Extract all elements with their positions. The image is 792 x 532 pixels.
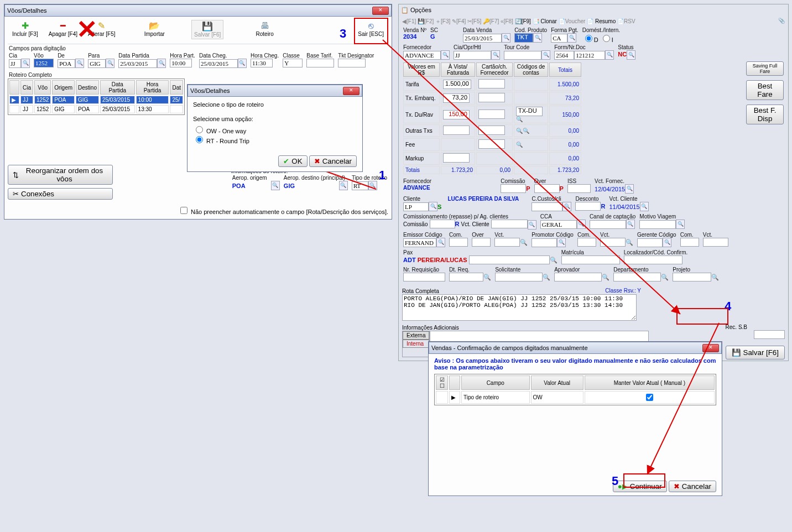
cancel-button[interactable]: ✖ Cancelar [669, 481, 716, 492]
window-titlebar: Vôos/Detalhes ✕ [4, 4, 392, 17]
cia-opr-input[interactable] [454, 51, 491, 60]
cia-input[interactable] [9, 59, 21, 68]
tipo-roteiro-search[interactable]: 🔍 [368, 181, 377, 190]
tipo-roteiro-input[interactable] [352, 181, 368, 190]
para-input[interactable] [88, 59, 106, 68]
search-icon[interactable]: 🔍 [75, 59, 84, 68]
manter-checkbox[interactable] [646, 394, 653, 401]
campos-label: Campos para digitação [9, 45, 388, 51]
classe-input[interactable] [283, 59, 303, 67]
cancel-button[interactable]: ✖ Cancelar [309, 155, 357, 167]
valores-grid: Valores em R$À Vista/ FaturadaCartão/ch.… [402, 61, 582, 175]
apagar-button[interactable]: ━Apagar [F4] [46, 20, 80, 38]
table-row: ▶JJ1252POAGIG25/03/201510:0025/ [9, 96, 183, 104]
data-cheg-input[interactable] [199, 59, 238, 68]
radio-i[interactable] [603, 35, 610, 42]
close-icon[interactable]: ✕ [343, 87, 359, 95]
table-row: ▶Tipo de roteiroOW [436, 391, 715, 404]
ok-button[interactable]: ✔ OK [278, 155, 307, 167]
de-input[interactable] [58, 59, 75, 68]
roteiro-label: Roteiro Completo [9, 72, 388, 78]
roteiro-button[interactable]: 🖶Roteiro [254, 20, 276, 38]
table-row: JJ1252GIGPOA25/03/201513:30 [9, 105, 183, 113]
best-f-disp-button[interactable]: Best F. Disp [746, 105, 784, 124]
search-icon[interactable]: 🔍 [21, 59, 30, 68]
reorganizar-button[interactable]: ⇅ Reorganizar ordem dos vôos [8, 165, 113, 185]
saving-full-button[interactable]: Saving Full Fare [746, 61, 784, 76]
tab-interna[interactable]: Interna [403, 340, 429, 348]
hora-part-input[interactable] [170, 59, 192, 67]
salvar-f6-button[interactable]: 💾 Salvar [F6] [726, 346, 785, 359]
dialog-titlebar: Vôos/Detalhes ✕ [187, 85, 362, 97]
best-fare-button[interactable]: Best Fare [746, 80, 784, 100]
fornecedor-input[interactable] [403, 51, 441, 60]
sair-button[interactable]: ⎋Sair [ESC] [356, 20, 386, 38]
tour-code-input[interactable] [504, 51, 541, 60]
continuar-button[interactable]: ●▶ Continuar [613, 481, 667, 492]
win1-title: Vôos/Detalhes [7, 7, 47, 14]
radio-d[interactable] [585, 35, 592, 42]
roteiro-grid[interactable]: CiaVôoOrigemDestinoData PartidaHora Part… [8, 79, 185, 115]
confirm-grid: ☑☐CampoValor AtualManter Valor Atual ( M… [434, 374, 716, 405]
radio-ow[interactable]: OW - One way [193, 128, 246, 134]
importar-button[interactable]: 📂Importar [142, 20, 167, 38]
fkey-toolbar: ◀[F1] 💾[F2] ＋[F3] ✎[F4] ✂[F5] 🔑[F7] «[F8… [402, 17, 785, 27]
alterar-button[interactable]: ✎Alterar [F5] [86, 20, 117, 38]
data-partida-input[interactable] [118, 59, 157, 68]
close-icon[interactable]: ✕ [372, 7, 389, 15]
search-icon[interactable]: 🔍 [238, 59, 247, 68]
dialog2-titlebar: Vendas - Confirmação de campos digitados… [429, 342, 722, 354]
tkt-input[interactable] [338, 59, 366, 67]
close-icon[interactable]: ✕ [702, 344, 719, 352]
salvar-button-disabled: 💾Salvar [F6] [191, 20, 223, 39]
conexoes-button[interactable]: ✂ Conexões [8, 188, 113, 200]
data-venda-input[interactable] [463, 34, 502, 43]
venda-no: 2034 [403, 33, 416, 40]
opcoes-titlebar: 📋 Opções [399, 4, 788, 15]
hora-cheg-input[interactable] [251, 59, 273, 67]
search-icon[interactable]: 🔍 [157, 59, 166, 68]
incluir-button[interactable]: ✚Incluir [F3] [10, 20, 40, 38]
tab-externa[interactable]: Externa [403, 331, 429, 340]
forma-pgt-input[interactable] [551, 34, 567, 43]
search-icon[interactable]: 🔍 [339, 181, 348, 190]
nao-preencher-checkbox[interactable] [180, 207, 187, 214]
base-input[interactable] [306, 59, 334, 67]
search-icon[interactable]: 🔍 [271, 181, 280, 190]
rota-completa-textarea[interactable]: PORTO ALEG(POA)/RIO DE JAN(GIG) JJ 1252 … [402, 294, 637, 321]
search-icon[interactable]: 🔍 [106, 59, 114, 68]
voo-input[interactable] [34, 59, 54, 67]
radio-rt[interactable]: RT - Round Trip [193, 138, 249, 144]
